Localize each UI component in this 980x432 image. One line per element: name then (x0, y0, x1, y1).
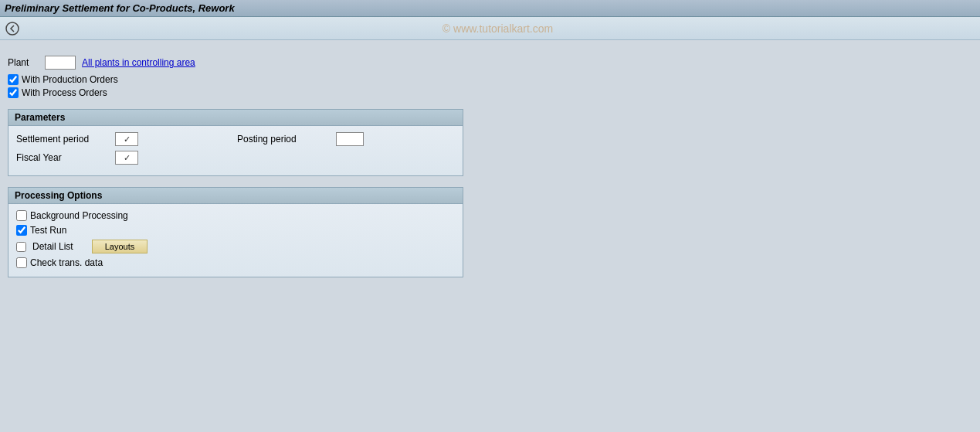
parameters-section: Parameters Settlement period ✓ Posting p… (8, 109, 463, 176)
settlement-period-label: Settlement period (16, 134, 109, 145)
settlement-period-input[interactable]: ✓ (115, 132, 138, 146)
posting-period-label: Posting period (237, 134, 330, 145)
with-process-orders-label: With Process Orders (22, 87, 107, 98)
detail-list-label: Detail List (32, 241, 73, 252)
parameters-body: Settlement period ✓ Posting period Fisca… (8, 126, 463, 175)
processing-options-section: Processing Options Background Processing… (8, 187, 463, 277)
plant-label: Plant (8, 57, 39, 68)
posting-period-input[interactable] (336, 132, 364, 146)
fiscal-year-label: Fiscal Year (16, 152, 109, 163)
processing-options-header: Processing Options (8, 188, 463, 204)
background-processing-label: Background Processing (30, 210, 128, 221)
plant-hint: All plants in controlling area (82, 57, 195, 68)
plant-input[interactable] (45, 56, 76, 70)
test-run-label: Test Run (30, 225, 66, 236)
fiscal-year-row: Fiscal Year ✓ (16, 151, 455, 165)
with-production-orders-label: With Production Orders (22, 74, 118, 85)
parameters-header: Parameters (8, 110, 463, 126)
test-run-row: Test Run (16, 225, 455, 236)
production-orders-row: With Production Orders (8, 74, 972, 85)
check-trans-data-row: Check trans. data (16, 257, 455, 268)
process-orders-row: With Process Orders (8, 87, 972, 98)
fiscal-year-input[interactable]: ✓ (115, 151, 138, 165)
with-process-orders-checkbox[interactable] (8, 87, 19, 98)
svg-point-0 (6, 22, 19, 35)
back-icon[interactable] (5, 21, 20, 36)
background-processing-row: Background Processing (16, 210, 455, 221)
check-trans-data-label: Check trans. data (30, 257, 103, 268)
detail-list-checkbox[interactable] (16, 242, 26, 252)
toolbar: © www.tutorialkart.com (0, 17, 980, 40)
check-trans-data-checkbox[interactable] (16, 257, 27, 268)
layouts-button[interactable]: Layouts (92, 240, 148, 253)
watermark-text: © www.tutorialkart.com (20, 22, 975, 35)
with-production-orders-checkbox[interactable] (8, 74, 19, 85)
settlement-period-row: Settlement period ✓ Posting period (16, 132, 455, 146)
processing-options-body: Background Processing Test Run Detail Li… (8, 204, 463, 277)
title-text: Preliminary Settlement for Co-Products, … (5, 2, 235, 14)
test-run-checkbox[interactable] (16, 225, 27, 236)
background-processing-checkbox[interactable] (16, 210, 27, 221)
detail-list-row: Detail List Layouts (16, 240, 455, 253)
plant-row: Plant All plants in controlling area (8, 56, 972, 70)
title-bar: Preliminary Settlement for Co-Products, … (0, 0, 980, 17)
main-content: Plant All plants in controlling area Wit… (0, 40, 980, 285)
